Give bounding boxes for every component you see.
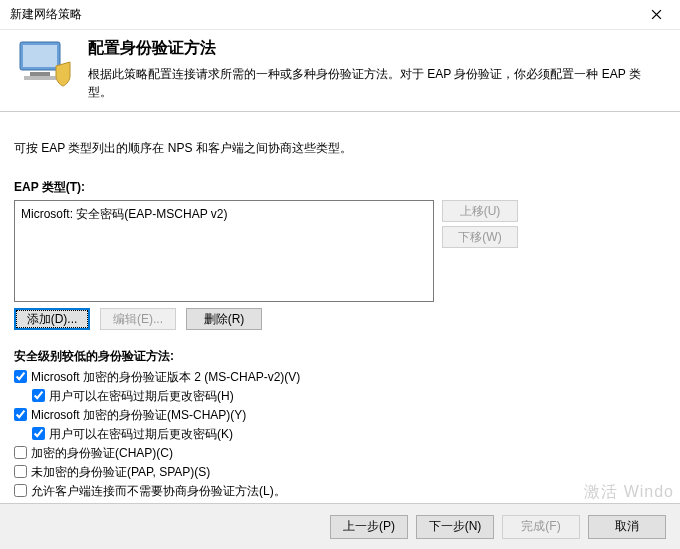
auth-method-checkbox[interactable] [32,389,45,402]
policy-icon [16,36,72,88]
edit-button[interactable]: 编辑(E)... [100,308,176,330]
page-header: 配置身份验证方法 根据此策略配置连接请求所需的一种或多种身份验证方法。对于 EA… [0,30,680,112]
auth-method-option[interactable]: Microsoft 加密的身份验证(MS-CHAP)(Y) [14,407,666,424]
auth-method-checkbox[interactable] [14,484,27,497]
eap-types-label: EAP 类型(T): [14,179,666,196]
auth-method-option[interactable]: 未加密的身份验证(PAP, SPAP)(S) [14,464,666,481]
auth-method-label: 加密的身份验证(CHAP)(C) [31,445,173,462]
body: 可按 EAP 类型列出的顺序在 NPS 和客户端之间协商这些类型。 EAP 类型… [0,112,680,500]
less-secure-title: 安全级别较低的身份验证方法: [14,348,666,365]
back-button[interactable]: 上一步(P) [330,515,408,539]
auth-method-checkbox[interactable] [14,465,27,478]
svg-rect-2 [30,72,50,76]
auth-method-checkbox[interactable] [14,446,27,459]
remove-button[interactable]: 删除(R) [186,308,262,330]
auth-method-label: 用户可以在密码过期后更改密码(H) [49,388,234,405]
close-button[interactable] [640,2,672,28]
next-button[interactable]: 下一步(N) [416,515,494,539]
page-heading: 配置身份验证方法 [88,38,664,59]
titlebar: 新建网络策略 [0,0,680,30]
auth-method-option[interactable]: 加密的身份验证(CHAP)(C) [14,445,666,462]
auth-method-checkbox[interactable] [14,370,27,383]
auth-method-checkbox[interactable] [14,408,27,421]
auth-method-label: Microsoft 加密的身份验证版本 2 (MS-CHAP-v2)(V) [31,369,300,386]
auth-method-label: 用户可以在密码过期后更改密码(K) [49,426,233,443]
page-description: 根据此策略配置连接请求所需的一种或多种身份验证方法。对于 EAP 身份验证，你必… [88,65,664,101]
add-button[interactable]: 添加(D)... [14,308,90,330]
eap-types-listbox[interactable]: Microsoft: 安全密码(EAP-MSCHAP v2) [14,200,434,302]
svg-rect-1 [23,45,57,67]
finish-button[interactable]: 完成(F) [502,515,580,539]
move-up-button[interactable]: 上移(U) [442,200,518,222]
svg-rect-3 [24,76,56,80]
window-title: 新建网络策略 [10,6,82,23]
auth-method-option[interactable]: 用户可以在密码过期后更改密码(K) [32,426,666,443]
auth-method-option[interactable]: Microsoft 加密的身份验证版本 2 (MS-CHAP-v2)(V) [14,369,666,386]
auth-method-option[interactable]: 用户可以在密码过期后更改密码(H) [32,388,666,405]
cancel-button[interactable]: 取消 [588,515,666,539]
auth-method-option[interactable]: 允许客户端连接而不需要协商身份验证方法(L)。 [14,483,666,500]
auth-method-label: 未加密的身份验证(PAP, SPAP)(S) [31,464,210,481]
eap-type-item[interactable]: Microsoft: 安全密码(EAP-MSCHAP v2) [21,205,427,224]
move-down-button[interactable]: 下移(W) [442,226,518,248]
auth-method-checkbox[interactable] [32,427,45,440]
auth-method-label: Microsoft 加密的身份验证(MS-CHAP)(Y) [31,407,246,424]
close-icon [651,9,662,20]
wizard-footer: 上一步(P) 下一步(N) 完成(F) 取消 [0,503,680,549]
auth-method-label: 允许客户端连接而不需要协商身份验证方法(L)。 [31,483,286,500]
intro-text: 可按 EAP 类型列出的顺序在 NPS 和客户端之间协商这些类型。 [14,140,666,157]
